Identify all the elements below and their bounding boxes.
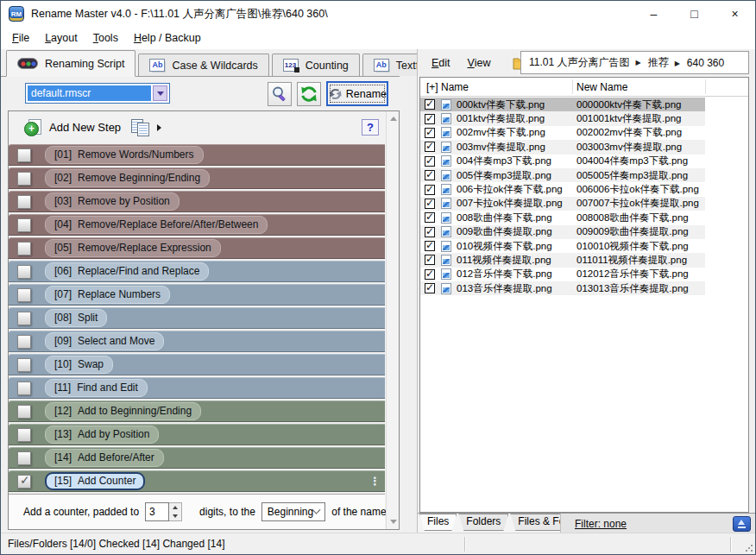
breadcrumb-segment[interactable]: 640 360 <box>675 57 725 69</box>
step-label-pill[interactable]: [07] Replace Numbers <box>45 286 170 304</box>
script-step-row[interactable]: [06] Replace/Find and Replace ⋮ <box>9 261 385 282</box>
copy-steps-icon[interactable] <box>131 119 149 136</box>
file-row[interactable]: 000ktv伴奏下载.png 000000ktv伴奏下载.png <box>420 98 705 111</box>
file-checkbox[interactable] <box>425 170 435 180</box>
file-checkbox[interactable] <box>425 227 435 237</box>
step-checkbox[interactable] <box>17 172 31 186</box>
step-label-pill[interactable]: [01] Remove Words/Numbers <box>45 146 204 164</box>
step-label-pill[interactable]: [11] Find and Edit <box>45 379 148 397</box>
tab[interactable]: Renaming Script <box>6 50 135 77</box>
script-step-row[interactable]: [01] Remove Words/Numbers ⋮ <box>9 144 385 166</box>
new-name-column-header[interactable]: New Name <box>576 81 627 93</box>
menu-item[interactable]: View <box>459 54 500 72</box>
breadcrumb-segment[interactable]: 推荐 <box>635 55 668 70</box>
menu-item[interactable]: Layout <box>37 29 85 47</box>
step-checkbox[interactable] <box>17 242 31 255</box>
file-checkbox[interactable] <box>425 269 435 280</box>
step-checkbox[interactable] <box>17 288 31 302</box>
file-checkbox[interactable] <box>425 114 435 124</box>
script-step-row[interactable]: [09] Select and Move ⋮ <box>9 331 385 352</box>
file-row[interactable]: 001ktv伴奏提取.png 001001ktv伴奏提取.png <box>420 111 705 125</box>
breadcrumb-segment[interactable]: 11.01 人声分离广告图 <box>529 55 629 70</box>
menu-item[interactable]: Edit <box>423 54 459 72</box>
script-step-row[interactable]: [04] Remove/Replace Before/After/Between… <box>9 214 385 236</box>
file-row[interactable]: 012音乐伴奏下载.png 012012音乐伴奏下载.png <box>420 268 705 281</box>
file-checkbox[interactable] <box>425 156 435 167</box>
step-label-pill[interactable]: [06] Replace/Find and Replace <box>45 262 209 281</box>
script-step-row[interactable]: [12] Add to Beginning/Ending ⋮ <box>9 400 385 422</box>
file-row[interactable]: 010视频伴奏下载.png 010010视频伴奏下载.png <box>420 239 705 253</box>
step-checkbox[interactable] <box>17 475 31 489</box>
file-checkbox[interactable] <box>425 199 435 209</box>
file-row[interactable]: 007卡拉ok伴奏提取.png 007007卡拉ok伴奏提取.png <box>420 197 705 211</box>
file-row[interactable]: 006卡拉ok伴奏下载.png 006006卡拉ok伴奏下载.png <box>420 182 705 196</box>
tab[interactable]: Case & Wildcards <box>138 54 268 76</box>
minimize-button[interactable]: – <box>633 1 674 27</box>
file-row[interactable]: 005伴奏mp3提取.png 005005伴奏mp3提取.png <box>420 168 705 182</box>
refresh-button[interactable] <box>297 82 321 106</box>
script-step-row[interactable]: [14] Add Before/After ⋮ <box>9 447 385 469</box>
script-step-row[interactable]: [03] Remove by Position ⋮ <box>9 191 385 212</box>
script-step-row[interactable]: [07] Replace Numbers ⋮ <box>9 284 385 306</box>
step-checkbox[interactable] <box>17 382 31 395</box>
step-checkbox[interactable] <box>17 265 31 279</box>
filter-link[interactable]: Filter: none <box>575 518 627 530</box>
menu-arrow-icon[interactable] <box>157 124 161 131</box>
step-label-pill[interactable]: [05] Remove/Replace Expression <box>45 239 221 257</box>
file-row[interactable]: 002mv伴奏下载.png 002002mv伴奏下载.png <box>420 126 705 140</box>
step-checkbox[interactable] <box>17 451 31 465</box>
script-file-combobox[interactable]: default.rmscr <box>25 83 170 104</box>
file-row[interactable]: 004伴奏mp3下载.png 004004伴奏mp3下载.png <box>420 155 705 168</box>
script-step-row[interactable]: [08] Split ⋮ <box>9 307 385 329</box>
rename-button[interactable]: Rename <box>326 81 388 106</box>
scroll-up-button[interactable] <box>387 112 400 125</box>
step-label-pill[interactable]: [04] Remove/Replace Before/After/Between <box>45 216 268 234</box>
script-step-row[interactable]: [02] Remove Beginning/Ending ⋮ <box>9 167 385 189</box>
file-row[interactable]: 013音乐伴奏提取.png 013013音乐伴奏提取.png <box>420 281 705 295</box>
file-row[interactable]: 009歌曲伴奏提取.png 009009歌曲伴奏提取.png <box>420 225 705 239</box>
add-step-icon[interactable] <box>24 119 41 136</box>
step-label-pill[interactable]: [02] Remove Beginning/Ending <box>45 169 210 187</box>
file-checkbox[interactable] <box>425 241 435 251</box>
step-label-pill[interactable]: [03] Remove by Position <box>45 192 180 211</box>
step-label-pill[interactable]: [13] Add by Position <box>45 426 159 444</box>
file-checkbox[interactable] <box>425 283 435 293</box>
script-step-row[interactable]: [10] Swap ⋮ <box>9 354 385 375</box>
file-row[interactable]: 008歌曲伴奏下载.png 008008歌曲伴奏下载.png <box>420 211 705 224</box>
combo-dropdown-button[interactable] <box>153 85 167 101</box>
help-button[interactable]: ? <box>362 119 379 136</box>
step-label-pill[interactable]: [12] Add to Beginning/Ending <box>45 402 201 420</box>
position-dropdown[interactable]: Beginning <box>261 502 325 521</box>
steps-scrollbar[interactable] <box>386 111 399 529</box>
file-checkbox[interactable] <box>425 99 435 110</box>
step-label-pill[interactable]: [10] Swap <box>45 356 113 374</box>
script-step-row[interactable]: [11] Find and Edit ⋮ <box>9 377 385 399</box>
step-checkbox[interactable] <box>17 358 31 372</box>
name-column-header[interactable]: [+] Name <box>426 81 469 93</box>
menu-item[interactable]: Help / Backup <box>126 29 209 47</box>
drag-handle-icon[interactable]: ⋮ <box>369 475 381 488</box>
step-label-pill[interactable]: [15] Add Counter <box>45 472 145 490</box>
script-step-row[interactable]: [15] Add Counter ⋮ <box>9 470 385 492</box>
step-checkbox[interactable] <box>17 405 31 419</box>
step-label-pill[interactable]: [09] Select and Move <box>45 332 164 350</box>
eject-button[interactable] <box>733 516 751 532</box>
script-step-row[interactable]: [05] Remove/Replace Expression ⋮ <box>9 237 385 259</box>
step-checkbox[interactable] <box>17 335 31 349</box>
file-checkbox[interactable] <box>425 185 435 195</box>
file-checkbox[interactable] <box>425 142 435 152</box>
file-checkbox[interactable] <box>425 212 435 223</box>
file-type-tab[interactable]: Files <box>419 514 457 531</box>
file-row[interactable]: 011视频伴奏提取.png 011011视频伴奏提取.png <box>420 253 705 267</box>
step-checkbox[interactable] <box>17 218 31 232</box>
scroll-down-button[interactable] <box>387 515 400 528</box>
tab[interactable]: Counting <box>272 54 360 76</box>
file-checkbox[interactable] <box>425 255 435 265</box>
step-checkbox[interactable] <box>17 312 31 325</box>
maximize-button[interactable]: □ <box>674 1 715 27</box>
script-step-row[interactable]: [13] Add by Position ⋮ <box>9 424 385 445</box>
add-new-step-label[interactable]: Add New Step <box>49 121 121 134</box>
step-label-pill[interactable]: [08] Split <box>45 309 107 327</box>
step-checkbox[interactable] <box>17 195 31 209</box>
step-label-pill[interactable]: [14] Add Before/After <box>45 449 164 467</box>
